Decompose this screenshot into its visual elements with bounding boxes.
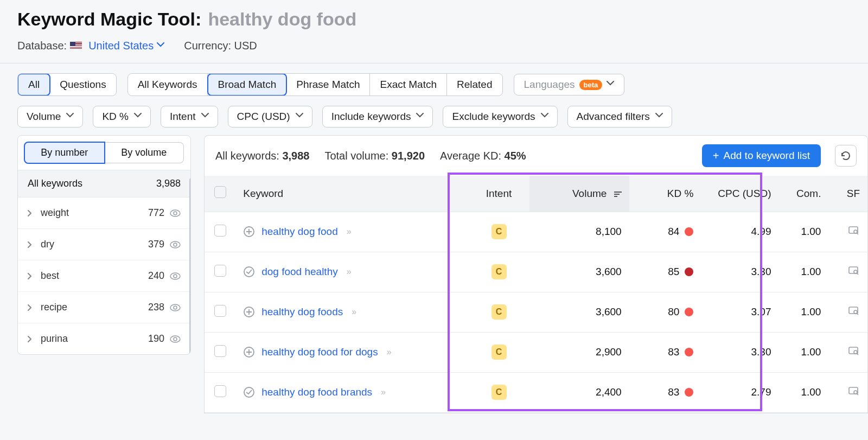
tab-related[interactable]: Related bbox=[447, 74, 502, 95]
keyword-link[interactable]: healthy dog food brands bbox=[261, 386, 372, 398]
group-best[interactable]: best240 bbox=[18, 260, 190, 292]
row-checkbox[interactable] bbox=[214, 385, 226, 397]
eye-icon[interactable] bbox=[170, 239, 181, 250]
keyword-link[interactable]: healthy dog food for dogs bbox=[261, 346, 378, 358]
group-weight[interactable]: weight772 bbox=[18, 197, 190, 229]
row-checkbox[interactable] bbox=[214, 305, 226, 317]
keyword-link[interactable]: dog food healthy bbox=[261, 266, 338, 278]
chevron-right-icon bbox=[28, 241, 34, 248]
volume-cell: 3,600 bbox=[529, 252, 629, 292]
serp-features-icon[interactable] bbox=[848, 267, 860, 279]
col-com[interactable]: Com. bbox=[778, 176, 828, 212]
chevrons-right-icon[interactable]: » bbox=[381, 387, 384, 397]
check-icon[interactable] bbox=[243, 386, 255, 398]
tab-exact-match[interactable]: Exact Match bbox=[370, 74, 447, 95]
chevrons-right-icon[interactable]: » bbox=[352, 307, 354, 317]
kd-cell: 85 bbox=[637, 266, 694, 278]
beta-badge: beta bbox=[579, 80, 603, 90]
add-to-keyword-list-button[interactable]: + Add to keyword list bbox=[702, 144, 821, 167]
add-icon[interactable] bbox=[243, 306, 255, 318]
plus-icon: + bbox=[713, 150, 719, 161]
row-checkbox[interactable] bbox=[214, 225, 226, 237]
filter-advanced-filters[interactable]: Advanced filters bbox=[567, 106, 672, 127]
tab-phrase-match[interactable]: Phrase Match bbox=[286, 74, 370, 95]
group-dry[interactable]: dry379 bbox=[18, 229, 190, 260]
scrollbar[interactable] bbox=[189, 178, 191, 355]
serp-features-icon[interactable] bbox=[848, 227, 860, 239]
keyword-link[interactable]: healthy dog foods bbox=[261, 306, 343, 318]
serp-features-icon[interactable] bbox=[848, 308, 860, 319]
keyword-link[interactable]: healthy dog food bbox=[261, 226, 338, 238]
intent-badge: C bbox=[492, 345, 507, 360]
volume-cell: 3,600 bbox=[529, 292, 629, 332]
sort-by-number-tab[interactable]: By number bbox=[24, 142, 105, 164]
table-row: healthy dog food»C8,100844.991.00 bbox=[205, 212, 867, 252]
tool-title: Keyword Magic Tool: bbox=[17, 9, 201, 30]
chevron-right-icon bbox=[28, 273, 34, 279]
check-icon[interactable] bbox=[243, 266, 255, 278]
row-checkbox[interactable] bbox=[214, 345, 226, 357]
table-row: healthy dog foods»C3,600803.071.00 bbox=[205, 292, 867, 332]
col-sf[interactable]: SF bbox=[828, 176, 867, 212]
difficulty-dot-icon bbox=[685, 348, 693, 356]
filter-intent[interactable]: Intent bbox=[161, 106, 218, 127]
sort-desc-icon bbox=[614, 190, 622, 198]
table-row: healthy dog food for dogs»C2,900833.301.… bbox=[205, 332, 867, 372]
intent-badge: C bbox=[492, 304, 507, 320]
filter-volume[interactable]: Volume bbox=[17, 106, 83, 127]
chevrons-right-icon[interactable]: » bbox=[347, 267, 349, 277]
intent-badge: C bbox=[492, 385, 507, 400]
tab-all-keywords[interactable]: All Keywords bbox=[128, 74, 208, 95]
col-keyword[interactable]: Keyword bbox=[235, 176, 468, 212]
filter-cpc-usd-[interactable]: CPC (USD) bbox=[228, 106, 312, 127]
chevrons-right-icon[interactable]: » bbox=[387, 347, 390, 357]
serp-features-icon[interactable] bbox=[848, 348, 860, 359]
search-query: healthy dog food bbox=[208, 9, 356, 30]
com-cell: 1.00 bbox=[778, 292, 828, 332]
kd-cell: 84 bbox=[637, 226, 694, 238]
difficulty-dot-icon bbox=[685, 267, 693, 276]
match-type-tabs: All KeywordsBroad MatchPhrase MatchExact… bbox=[127, 73, 503, 96]
cpc-cell: 3.30 bbox=[701, 332, 778, 372]
keyword-groups-sidebar: By number By volume All keywords 3,988 w… bbox=[17, 135, 191, 355]
us-flag-icon bbox=[70, 42, 82, 50]
col-volume[interactable]: Volume bbox=[529, 176, 629, 212]
cpc-cell: 3.07 bbox=[701, 292, 778, 332]
filter-include-keywords[interactable]: Include keywords bbox=[322, 106, 433, 127]
add-icon[interactable] bbox=[243, 346, 255, 358]
intent-badge: C bbox=[492, 224, 507, 239]
kd-cell: 80 bbox=[637, 306, 694, 318]
group-purina[interactable]: purina190 bbox=[18, 323, 190, 354]
group-recipe[interactable]: recipe238 bbox=[18, 292, 190, 323]
chevron-down-icon bbox=[157, 42, 164, 50]
sort-by-volume-tab[interactable]: By volume bbox=[105, 142, 184, 163]
chevron-down-icon bbox=[416, 113, 424, 120]
tab-questions[interactable]: Questions bbox=[50, 74, 116, 95]
filter-kd-[interactable]: KD % bbox=[93, 106, 151, 127]
tab-all[interactable]: All bbox=[17, 73, 50, 96]
chevron-down-icon bbox=[655, 113, 663, 120]
difficulty-dot-icon bbox=[685, 308, 693, 316]
cpc-cell: 4.99 bbox=[701, 212, 778, 252]
col-kd[interactable]: KD % bbox=[629, 176, 701, 212]
eye-icon[interactable] bbox=[170, 302, 181, 313]
row-checkbox[interactable] bbox=[214, 265, 226, 277]
eye-icon[interactable] bbox=[170, 208, 181, 219]
cpc-cell: 3.30 bbox=[701, 252, 778, 292]
filter-bar: AllQuestions All KeywordsBroad MatchPhra… bbox=[0, 63, 868, 135]
refresh-button[interactable] bbox=[835, 145, 857, 167]
eye-icon[interactable] bbox=[170, 334, 181, 345]
tab-broad-match[interactable]: Broad Match bbox=[207, 73, 288, 96]
col-cpc[interactable]: CPC (USD) bbox=[701, 176, 778, 212]
languages-dropdown[interactable]: Languages beta bbox=[514, 74, 625, 95]
filter-exclude-keywords[interactable]: Exclude keywords bbox=[443, 106, 557, 127]
select-all-checkbox[interactable] bbox=[214, 186, 226, 198]
database-selector[interactable]: Database: United States bbox=[17, 40, 164, 52]
chevrons-right-icon[interactable]: » bbox=[347, 227, 349, 237]
add-icon[interactable] bbox=[243, 226, 255, 238]
volume-cell: 2,400 bbox=[529, 372, 629, 412]
col-intent[interactable]: Intent bbox=[468, 176, 529, 212]
eye-icon[interactable] bbox=[170, 271, 181, 282]
all-keywords-count: 3,988 bbox=[156, 178, 181, 189]
serp-features-icon[interactable] bbox=[848, 388, 860, 399]
